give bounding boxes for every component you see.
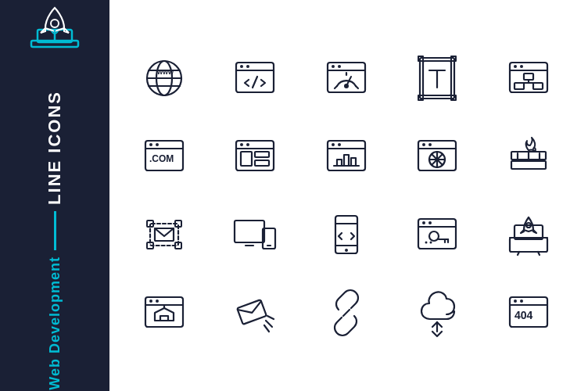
svg-text:404: 404 — [514, 309, 533, 321]
svg-line-14 — [253, 77, 257, 88]
svg-point-110 — [156, 300, 159, 303]
svg-rect-38 — [514, 83, 524, 89]
svg-point-90 — [345, 249, 348, 252]
svg-rect-59 — [337, 160, 342, 166]
svg-rect-51 — [241, 152, 252, 166]
text-browser-icon — [406, 47, 468, 109]
svg-text:.COM: .COM — [149, 153, 174, 164]
bug-browser-icon — [406, 125, 468, 188]
sidebar-text: LINE ICONS Web Development — [45, 91, 65, 390]
dot-com-icon: .COM — [133, 125, 195, 188]
home-browser-icon — [133, 282, 195, 344]
sitemap-browser-icon — [497, 47, 560, 109]
responsive-icon — [224, 203, 286, 266]
chart-browser-icon — [315, 125, 378, 188]
svg-line-114 — [266, 321, 272, 327]
svg-point-100 — [430, 242, 432, 244]
cloud-upload-icon — [406, 282, 468, 344]
svg-rect-52 — [255, 152, 269, 157]
vector-image-icon — [133, 203, 195, 266]
svg-text:www: www — [156, 68, 174, 76]
email-send-icon — [224, 282, 286, 344]
svg-point-122 — [520, 300, 523, 303]
svg-point-65 — [428, 143, 432, 146]
svg-point-19 — [344, 84, 349, 88]
error-404-icon: 404 — [497, 282, 560, 344]
sidebar-logo — [23, 2, 86, 67]
svg-point-50 — [246, 143, 249, 146]
www-globe-icon: www — [133, 47, 195, 109]
svg-point-45 — [156, 143, 159, 146]
svg-point-44 — [149, 143, 152, 146]
svg-point-33 — [514, 65, 517, 68]
svg-point-18 — [338, 65, 341, 68]
line-icons-label: LINE ICONS — [45, 91, 65, 205]
svg-rect-35 — [524, 74, 533, 80]
firewall-icon — [497, 125, 560, 188]
svg-rect-82 — [235, 221, 264, 242]
svg-point-109 — [149, 300, 152, 303]
svg-line-20 — [335, 86, 337, 88]
sidebar: LINE ICONS Web Development — [0, 0, 109, 391]
svg-line-116 — [264, 325, 269, 332]
svg-rect-71 — [511, 161, 546, 169]
svg-point-49 — [240, 143, 243, 146]
svg-line-21 — [356, 86, 358, 88]
svg-point-34 — [520, 65, 523, 68]
speed-browser-icon — [315, 47, 378, 109]
svg-point-17 — [332, 65, 335, 68]
layout-browser-icon — [224, 125, 286, 188]
svg-point-99 — [425, 242, 428, 244]
svg-point-12 — [240, 65, 243, 68]
svg-rect-53 — [255, 160, 269, 166]
svg-point-2 — [51, 20, 59, 27]
password-browser-icon — [406, 203, 468, 266]
svg-rect-39 — [533, 83, 543, 89]
svg-rect-60 — [344, 155, 349, 166]
svg-point-95 — [429, 231, 439, 241]
link-icon — [315, 282, 378, 344]
svg-point-64 — [422, 143, 425, 146]
svg-rect-87 — [335, 216, 357, 253]
svg-line-117 — [343, 310, 350, 316]
mobile-code-icon — [315, 203, 378, 266]
code-browser-icon — [224, 47, 286, 109]
svg-point-57 — [338, 143, 341, 146]
main-content: www — [109, 0, 588, 391]
svg-line-115 — [267, 316, 274, 319]
svg-point-93 — [422, 221, 425, 224]
svg-rect-111 — [160, 316, 168, 321]
icons-grid: www — [133, 47, 565, 344]
svg-rect-61 — [351, 158, 356, 166]
svg-point-56 — [332, 143, 335, 146]
web-dev-label: Web Development — [47, 256, 63, 390]
svg-point-94 — [428, 221, 432, 224]
rocket-laptop-icon — [497, 203, 560, 266]
svg-point-121 — [514, 300, 517, 303]
svg-point-13 — [246, 65, 249, 68]
